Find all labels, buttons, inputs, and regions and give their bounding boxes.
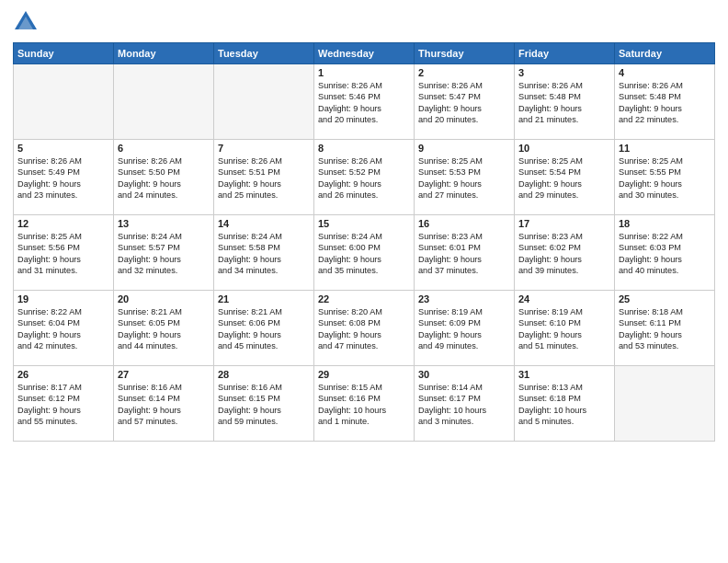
day-number: 27 [118,369,210,380]
calendar-cell: 23Sunrise: 8:19 AMSunset: 6:09 PMDayligh… [415,291,515,366]
day-number: 15 [318,218,410,229]
calendar-week-4: 19Sunrise: 8:22 AMSunset: 6:04 PMDayligh… [14,291,715,366]
cell-info: Sunrise: 8:24 AM [118,231,210,242]
calendar-cell [114,64,214,140]
cell-info: and 59 minutes. [218,416,310,427]
cell-info: Sunset: 5:49 PM [17,167,109,178]
cell-info: and 35 minutes. [318,265,410,276]
cell-info: Sunrise: 8:19 AM [418,306,510,317]
cell-info: Daylight: 9 hours [17,178,109,190]
cell-info: Sunrise: 8:26 AM [418,80,510,91]
cell-info: Sunset: 6:00 PM [318,242,410,253]
cell-info: Sunset: 6:16 PM [318,393,410,404]
cell-info: Sunrise: 8:25 AM [518,155,610,167]
cell-info: Sunrise: 8:13 AM [518,382,610,393]
day-number: 7 [218,143,310,154]
cell-info: Daylight: 9 hours [118,405,210,416]
cell-info: Daylight: 9 hours [218,178,310,190]
cell-info: and 47 minutes. [318,340,410,351]
day-number: 25 [619,293,711,304]
cell-info: Sunrise: 8:18 AM [619,306,711,317]
calendar-cell: 27Sunrise: 8:16 AMSunset: 6:14 PMDayligh… [114,366,214,442]
cell-info: Daylight: 9 hours [118,329,210,340]
cell-info: Daylight: 9 hours [318,329,410,340]
calendar-header-row: SundayMondayTuesdayWednesdayThursdayFrid… [14,43,715,64]
cell-info: and 55 minutes. [17,416,109,427]
day-number: 1 [318,67,410,78]
cell-info: Sunset: 6:06 PM [218,317,310,328]
cell-info: Sunrise: 8:26 AM [118,155,210,167]
cell-info: and 45 minutes. [218,340,310,351]
calendar-cell [14,64,114,140]
calendar-cell: 4Sunrise: 8:26 AMSunset: 5:48 PMDaylight… [615,64,715,140]
day-number: 11 [619,143,711,154]
calendar-cell: 21Sunrise: 8:21 AMSunset: 6:06 PMDayligh… [214,291,314,366]
cell-info: and 40 minutes. [619,265,711,276]
day-number: 21 [218,293,310,304]
calendar-cell: 28Sunrise: 8:16 AMSunset: 6:15 PMDayligh… [214,366,314,442]
calendar-cell: 29Sunrise: 8:15 AMSunset: 6:16 PMDayligh… [314,366,415,442]
cell-info: Daylight: 9 hours [17,254,109,265]
cell-info: Sunset: 6:15 PM [218,393,310,404]
cell-info: and 57 minutes. [118,416,210,427]
day-number: 28 [218,369,310,380]
calendar-dow-sunday: Sunday [14,43,114,64]
calendar-cell: 25Sunrise: 8:18 AMSunset: 6:11 PMDayligh… [615,291,715,366]
cell-info: and 51 minutes. [518,340,610,351]
calendar-cell: 16Sunrise: 8:23 AMSunset: 6:01 PMDayligh… [415,215,515,291]
cell-info: Sunset: 6:08 PM [318,317,410,328]
cell-info: and 32 minutes. [118,265,210,276]
calendar-dow-tuesday: Tuesday [214,43,314,64]
cell-info: and 22 minutes. [619,114,711,125]
calendar-cell: 15Sunrise: 8:24 AMSunset: 6:00 PMDayligh… [314,215,415,291]
cell-info: Daylight: 9 hours [619,103,711,114]
calendar-cell: 9Sunrise: 8:25 AMSunset: 5:53 PMDaylight… [415,140,515,215]
cell-info: and 20 minutes. [318,114,410,125]
cell-info: Sunrise: 8:22 AM [17,306,109,317]
day-number: 13 [118,218,210,229]
cell-info: Daylight: 9 hours [318,254,410,265]
cell-info: Daylight: 9 hours [418,103,510,114]
cell-info: Sunrise: 8:21 AM [218,306,310,317]
cell-info: Daylight: 9 hours [218,254,310,265]
cell-info: and 37 minutes. [418,265,510,276]
cell-info: Daylight: 9 hours [619,254,711,265]
cell-info: Sunrise: 8:14 AM [418,382,510,393]
cell-info: Sunset: 5:53 PM [418,167,510,178]
day-number: 14 [218,218,310,229]
calendar-dow-thursday: Thursday [415,43,515,64]
day-number: 17 [518,218,610,229]
cell-info: Sunset: 5:56 PM [17,242,109,253]
cell-info: Sunset: 6:05 PM [118,317,210,328]
cell-info: Sunrise: 8:25 AM [17,231,109,242]
day-number: 24 [518,293,610,304]
cell-info: Sunrise: 8:19 AM [518,306,610,317]
cell-info: and 26 minutes. [318,190,410,201]
cell-info: Sunrise: 8:24 AM [218,231,310,242]
cell-info: Sunset: 6:10 PM [518,317,610,328]
cell-info: Sunset: 6:01 PM [418,242,510,253]
cell-info: Sunset: 5:48 PM [619,91,711,102]
day-number: 29 [318,369,410,380]
day-number: 22 [318,293,410,304]
calendar-cell: 1Sunrise: 8:26 AMSunset: 5:46 PMDaylight… [314,64,415,140]
page: SundayMondayTuesdayWednesdayThursdayFrid… [0,0,728,563]
calendar-cell: 2Sunrise: 8:26 AMSunset: 5:47 PMDaylight… [415,64,515,140]
day-number: 8 [318,143,410,154]
cell-info: Daylight: 9 hours [418,254,510,265]
cell-info: Daylight: 9 hours [518,254,610,265]
calendar-week-3: 12Sunrise: 8:25 AMSunset: 5:56 PMDayligh… [14,215,715,291]
day-number: 26 [17,369,109,380]
cell-info: Sunrise: 8:24 AM [318,231,410,242]
calendar-cell: 14Sunrise: 8:24 AMSunset: 5:58 PMDayligh… [214,215,314,291]
day-number: 30 [418,369,510,380]
cell-info: Daylight: 9 hours [418,178,510,190]
cell-info: Daylight: 10 hours [518,405,610,416]
calendar-dow-monday: Monday [114,43,214,64]
cell-info: Sunset: 5:48 PM [518,91,610,102]
day-number: 16 [418,218,510,229]
cell-info: and 5 minutes. [518,416,610,427]
calendar-cell: 12Sunrise: 8:25 AMSunset: 5:56 PMDayligh… [14,215,114,291]
cell-info: Daylight: 9 hours [17,405,109,416]
calendar-cell: 18Sunrise: 8:22 AMSunset: 6:03 PMDayligh… [615,215,715,291]
